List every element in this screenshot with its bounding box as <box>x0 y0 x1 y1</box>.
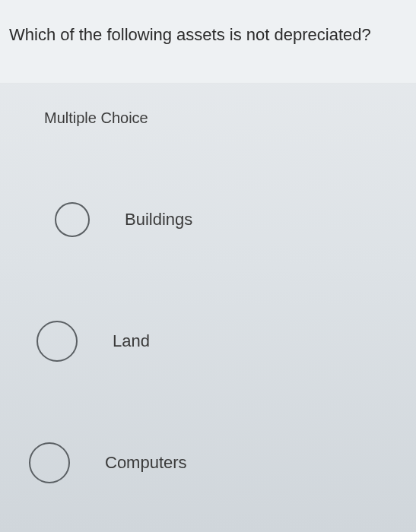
radio-icon[interactable] <box>29 442 70 483</box>
option-row[interactable]: Computers <box>0 402 416 524</box>
radio-icon[interactable] <box>37 321 78 362</box>
option-row[interactable]: Land <box>0 280 416 402</box>
option-row[interactable]: Buildings <box>0 159 416 280</box>
question-text: Which of the following assets is not dep… <box>9 24 407 46</box>
option-label: Buildings <box>125 210 192 230</box>
radio-icon[interactable] <box>55 202 90 237</box>
options-list: Buildings Land Computers <box>0 136 416 524</box>
section-label: Multiple Choice <box>0 84 416 136</box>
question-header: Which of the following assets is not dep… <box>0 0 416 84</box>
option-label: Computers <box>105 453 187 473</box>
option-label: Land <box>113 331 150 351</box>
